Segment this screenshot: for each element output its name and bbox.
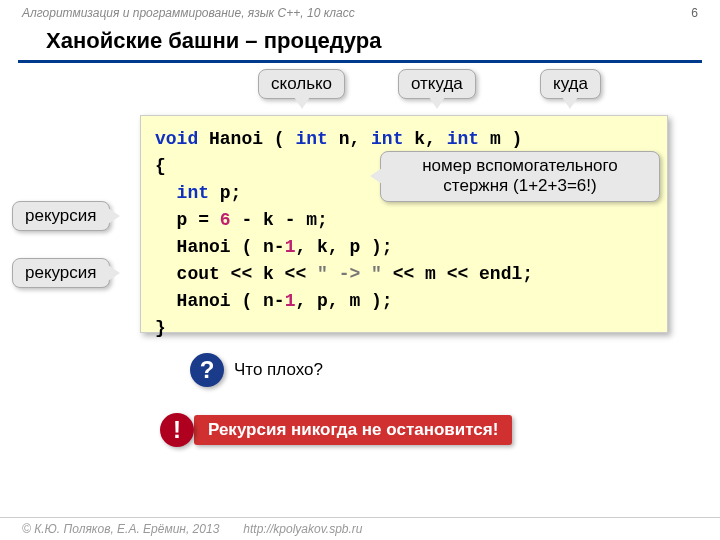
question-icon: ?	[190, 353, 224, 387]
course-label: Алгоритмизация и программирование, язык …	[22, 6, 355, 20]
question-row: ? Что плохо?	[190, 353, 333, 387]
callout-to: куда	[540, 69, 601, 99]
callout-aux: номер вспомогательного стержня (1+2+3=6!…	[380, 151, 660, 202]
content: сколько откуда куда рекурсия рекурсия vo…	[0, 63, 720, 503]
warning-icon: !	[160, 413, 194, 447]
callout-recursion-1: рекурсия	[12, 201, 110, 231]
warning-text: Рекурсия никогда не остановится!	[194, 415, 512, 445]
warning-row: ! Рекурсия никогда не остановится!	[160, 413, 512, 447]
footer-url: http://kpolyakov.spb.ru	[243, 522, 362, 536]
page-title: Ханойские башни – процедура	[18, 22, 702, 63]
header: Алгоритмизация и программирование, язык …	[0, 0, 720, 22]
page-number: 6	[691, 6, 698, 20]
code-block: void Hanoi ( int n, int k, int m ) { int…	[140, 115, 668, 333]
callout-howmany: сколько	[258, 69, 345, 99]
callout-recursion-2: рекурсия	[12, 258, 110, 288]
copyright: © К.Ю. Поляков, Е.А. Ерёмин, 2013	[22, 522, 219, 536]
footer: © К.Ю. Поляков, Е.А. Ерёмин, 2013 http:/…	[0, 517, 720, 540]
question-text: Что плохо?	[224, 357, 333, 383]
callout-from: откуда	[398, 69, 476, 99]
